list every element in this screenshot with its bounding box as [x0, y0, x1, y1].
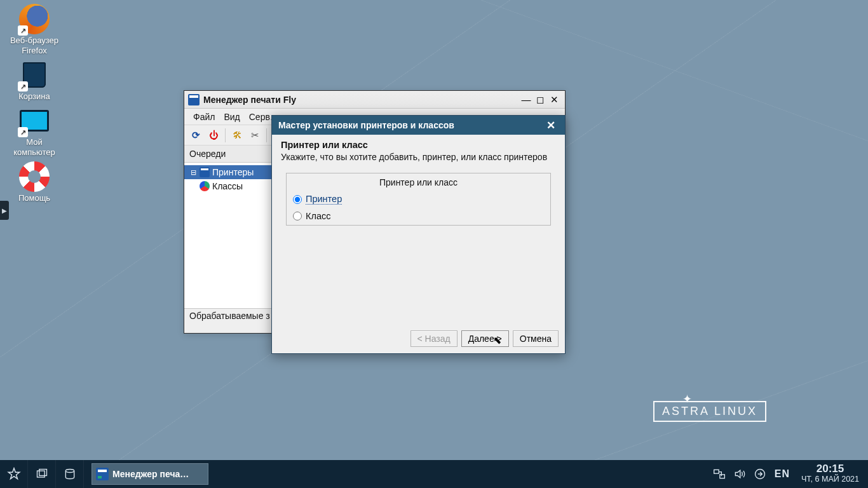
- disk-icon: [64, 468, 76, 480]
- dialog-close-button[interactable]: ✕: [543, 119, 559, 132]
- firefox-icon: ↗: [19, 4, 50, 34]
- printer-app-icon: [188, 94, 200, 105]
- shortcut-badge-icon: ↗: [18, 81, 28, 92]
- start-menu-button[interactable]: [0, 460, 28, 488]
- add-printer-wizard-dialog: Мастер установки принтеров и классов ✕ П…: [271, 115, 566, 354]
- dialog-buttons: < Назад Далее > Отмена: [410, 330, 559, 347]
- classes-icon: [200, 181, 210, 191]
- cut-button[interactable]: ✂: [247, 128, 262, 143]
- desktop-icon-trash[interactable]: ↗ Корзина: [3, 60, 66, 102]
- printer-app-icon: [96, 468, 109, 480]
- close-button[interactable]: ✕: [547, 93, 561, 106]
- svg-rect-4: [720, 475, 725, 478]
- radio-class-input[interactable]: [293, 212, 302, 220]
- svg-rect-1: [39, 470, 46, 476]
- dialog-header: Принтер или класс Укажите, что вы хотите…: [272, 135, 565, 169]
- radio-printer-label: Принтер: [306, 194, 342, 205]
- radio-class-label: Класс: [306, 211, 330, 221]
- window-list-button[interactable]: [28, 460, 56, 488]
- taskbar: Менеджер печа… EN 20:15 ЧТ, 6 МАЙ 2021: [0, 460, 868, 488]
- settings-button[interactable]: 🛠: [229, 128, 245, 143]
- sync-icon: [754, 468, 766, 480]
- tree-label: Классы: [212, 181, 243, 191]
- taskbar-item-label: Менеджер печа…: [112, 469, 189, 479]
- svg-rect-0: [37, 471, 44, 477]
- stop-button[interactable]: ⏻: [206, 128, 221, 143]
- desktop-icon-label: Мойкомпьютер: [3, 137, 66, 158]
- windows-icon: [36, 468, 48, 480]
- window-title: Менеджер печати Fly: [203, 95, 519, 105]
- file-manager-button[interactable]: [56, 460, 84, 488]
- toolbar-separator: [266, 128, 267, 142]
- radio-class[interactable]: Класс: [287, 208, 550, 225]
- menu-file[interactable]: Файл: [189, 111, 219, 123]
- titlebar[interactable]: Менеджер печати Fly — ◻ ✕: [184, 91, 565, 109]
- dialog-heading: Принтер или класс: [281, 140, 556, 150]
- back-button: < Назад: [410, 330, 458, 347]
- network-tray-icon[interactable]: [711, 468, 728, 480]
- desktop-icons: ↗ Веб-браузерFirefox ↗ Корзина ↗ Мойкомп…: [3, 4, 66, 207]
- volume-tray-icon[interactable]: [731, 468, 748, 480]
- toolbar-separator: [225, 128, 226, 142]
- panel-expand-handle[interactable]: ▶: [0, 201, 9, 220]
- desktop-icon-label: Помощь: [3, 193, 66, 203]
- radio-printer-input[interactable]: [293, 195, 302, 204]
- maximize-button[interactable]: ◻: [533, 93, 547, 106]
- astra-linux-watermark: ✦ ASTRA LINUX: [653, 401, 766, 422]
- dialog-titlebar[interactable]: Мастер установки принтеров и классов ✕: [272, 116, 565, 135]
- svg-rect-3: [714, 470, 719, 473]
- keyboard-layout-indicator[interactable]: EN: [772, 468, 792, 480]
- taskbar-left: [0, 460, 84, 488]
- refresh-button[interactable]: ⟳: [188, 128, 203, 143]
- computer-icon: ↗: [19, 105, 50, 136]
- dialog-subheading: Укажите, что вы хотите добавить, принтер…: [281, 151, 556, 163]
- clock[interactable]: 20:15 ЧТ, 6 МАЙ 2021: [796, 463, 864, 485]
- taskbar-tray: EN 20:15 ЧТ, 6 МАЙ 2021: [711, 460, 868, 488]
- dialog-title: Мастер установки принтеров и классов: [278, 120, 454, 130]
- next-button[interactable]: Далее >: [461, 330, 509, 347]
- clock-date: ЧТ, 6 МАЙ 2021: [801, 474, 859, 485]
- help-icon: [19, 161, 50, 192]
- group-title: Принтер или класс: [287, 173, 550, 191]
- shortcut-badge-icon: ↗: [18, 127, 28, 137]
- taskbar-item-print-manager[interactable]: Менеджер печа…: [92, 463, 208, 485]
- clock-time: 20:15: [801, 463, 859, 474]
- volume-icon: [733, 468, 746, 480]
- trash-icon: ↗: [19, 60, 50, 90]
- printers-icon: [200, 167, 210, 177]
- minimize-button[interactable]: —: [519, 93, 533, 106]
- desktop-icon-firefox[interactable]: ↗ Веб-браузерFirefox: [3, 4, 66, 56]
- network-icon: [713, 468, 726, 480]
- desktop-icon-computer[interactable]: ↗ Мойкомпьютер: [3, 105, 66, 158]
- radio-printer[interactable]: Принтер: [287, 191, 550, 208]
- desktop-icon-help[interactable]: Помощь: [3, 161, 66, 203]
- star-icon: [7, 467, 21, 481]
- desktop-icon-label: Корзина: [3, 92, 66, 102]
- watermark-text: ASTRA LINUX: [653, 401, 766, 422]
- collapse-icon: ⊟: [189, 168, 197, 177]
- svg-point-2: [65, 470, 74, 473]
- tree-label: Принтеры: [212, 167, 254, 177]
- menu-view[interactable]: Вид: [220, 111, 243, 123]
- star-icon: ✦: [682, 392, 692, 406]
- printer-or-class-group: Принтер или класс Принтер Класс: [286, 173, 551, 226]
- cancel-button[interactable]: Отмена: [513, 330, 559, 347]
- desktop-icon-label: Веб-браузерFirefox: [3, 36, 66, 56]
- shortcut-badge-icon: ↗: [18, 25, 28, 36]
- usb-tray-icon[interactable]: [752, 468, 768, 480]
